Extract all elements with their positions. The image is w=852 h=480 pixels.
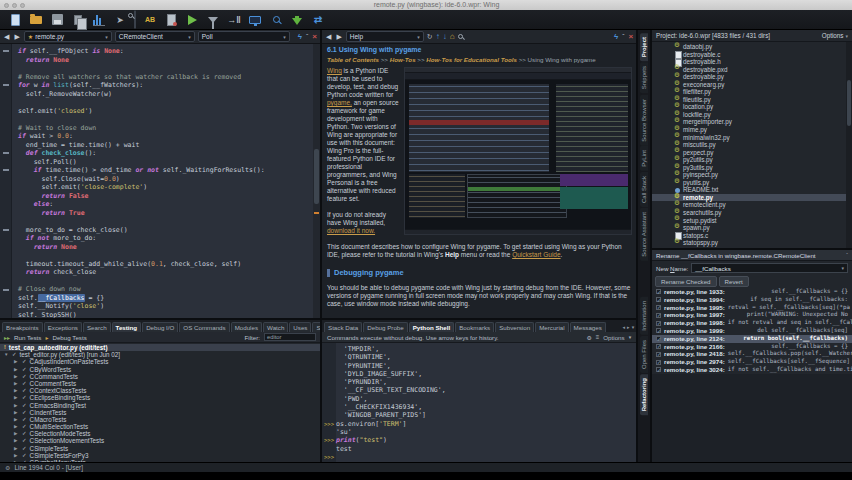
tab-search[interactable]: Search	[83, 322, 111, 332]
doc-link[interactable]: pygame,	[327, 99, 352, 106]
save-icon[interactable]	[50, 13, 64, 27]
test-tree-row[interactable]: ▶✓CCommentTests	[0, 380, 320, 387]
project-file-row[interactable]: destroyable.py	[652, 73, 852, 81]
tri-open-icon[interactable]: ▼	[4, 351, 9, 358]
history-forward-icon[interactable]: ▶	[13, 31, 20, 43]
tab-messages[interactable]: Messages	[570, 322, 606, 332]
project-scrollbar[interactable]	[846, 42, 852, 248]
editor-scrollbar[interactable]	[313, 44, 320, 318]
project-file-row[interactable]: mime.py	[652, 126, 852, 134]
refactor-match-row[interactable]: remote.py, line 1998:if not retval and s…	[652, 319, 852, 327]
test-tree-row[interactable]: !test_cap_autoeditor.py (edit/test)	[0, 344, 320, 351]
tab-subversion[interactable]: Subversion	[495, 322, 534, 332]
tab-os-commands[interactable]: OS Commands	[179, 322, 229, 332]
vertical-tab-indentation[interactable]: Indentation	[640, 297, 648, 335]
refactor-match-row[interactable]: remote.py, line 2418:self.__fCallbacks.p…	[652, 350, 852, 358]
checkbox-checked-icon[interactable]	[656, 297, 661, 302]
tab-overflow-controls[interactable]: ◂▸▾	[623, 324, 635, 332]
test-tree-row[interactable]: ▶✓CSelectionMovementTests	[0, 437, 320, 444]
project-file-row[interactable]: miscutils.py	[652, 141, 852, 149]
search-docs-icon[interactable]	[458, 34, 463, 39]
project-file-row[interactable]: lockfile.py	[652, 111, 852, 119]
help-dropdown[interactable]: Help ▾	[346, 31, 424, 42]
tri-closed-icon[interactable]: ▶	[14, 430, 19, 437]
test-tree-row[interactable]: ▶✓CSymbolMenuTests	[0, 459, 320, 462]
test-tree-row[interactable]: ▶✓CAdjustIndentOnPasteTests	[0, 358, 320, 365]
vertical-tab-source-assistant[interactable]: Source Assistant	[640, 208, 648, 261]
project-file-row[interactable]: statopspy.py	[652, 239, 852, 247]
tri-closed-icon[interactable]: ▶	[14, 373, 19, 380]
help-forward-icon[interactable]: ▶	[335, 31, 342, 43]
revert-button[interactable]: Revert	[719, 276, 749, 287]
run-debug-icon[interactable]	[185, 13, 199, 27]
test-tree-row[interactable]: ▶✓CByWordTests	[0, 366, 320, 373]
vertical-tab-snippets[interactable]: Snippets	[640, 62, 648, 93]
tri-closed-icon[interactable]: ▶	[14, 452, 19, 459]
vertical-tab-pylint[interactable]: PyLint	[640, 146, 648, 171]
checkbox-checked-icon[interactable]	[656, 336, 661, 341]
tri-closed-icon[interactable]: ▶	[14, 358, 19, 365]
test-tree-row[interactable]: ▶✓CCommandTests	[0, 373, 320, 380]
project-file-row[interactable]: pyinspect.py	[652, 171, 852, 179]
goto-symbol-icon[interactable]: ➤	[113, 13, 127, 27]
tri-closed-icon[interactable]: ▶	[14, 423, 19, 430]
tab-mercurial[interactable]: Mercurial	[535, 322, 568, 332]
checkbox-checked-icon[interactable]	[656, 289, 661, 294]
vertical-tab-source-browser[interactable]: Source Browser	[640, 95, 648, 146]
test-tree-row[interactable]: ▶✓CSelectionModeTests	[0, 430, 320, 437]
tri-closed-icon[interactable]: ▶	[14, 409, 19, 416]
list-icon[interactable]: ≡	[596, 334, 600, 340]
vertical-tab-project[interactable]: Project	[640, 33, 648, 61]
tab-breakpoints[interactable]: Breakpoints	[2, 322, 43, 332]
tri-closed-icon[interactable]: ▶	[14, 394, 19, 401]
test-tree-row[interactable]: ▼✓test_editor.py (edit/test) [run Jun 02…	[0, 351, 320, 358]
project-file-row[interactable]: pexpect.py	[652, 149, 852, 157]
tri-closed-icon[interactable]: ▶	[14, 437, 19, 444]
update-icon[interactable]	[290, 13, 304, 27]
tab-stack-data[interactable]: Stack Data	[324, 322, 362, 332]
debug-options-icon[interactable]: ϟ	[298, 32, 302, 41]
refactor-match-row[interactable]: remote.py, line 1997:print("WARNING: Une…	[652, 311, 852, 319]
rename-checked-button[interactable]: Rename Checked	[655, 276, 717, 287]
test-tree-row[interactable]: ▶✓CIndentTests	[0, 409, 320, 416]
checkbox-checked-icon[interactable]	[656, 352, 661, 357]
filter-input[interactable]: editor	[264, 333, 316, 341]
tri-closed-icon[interactable]: ▶	[14, 416, 19, 423]
vertical-tab-call-stack[interactable]: Call Stack	[640, 172, 648, 207]
refactor-match-row[interactable]: remote.py, line 1995:retval = self.__fCa…	[652, 304, 852, 312]
project-file-row[interactable]: setup.pydist	[652, 217, 852, 225]
tab-watch[interactable]: Watch	[263, 322, 288, 332]
project-file-row[interactable]: py3utils.py	[652, 164, 852, 172]
scroll-up-icon[interactable]: ↑	[436, 32, 440, 41]
close-window-icon[interactable]	[4, 3, 9, 8]
project-file-row[interactable]: destroyable.h	[652, 58, 852, 66]
replace-icon[interactable]: AB	[143, 13, 157, 27]
step-into-icon[interactable]: →‖	[227, 13, 241, 27]
doc-link[interactable]: Quickstart Guide	[512, 251, 560, 258]
close-panel-icon[interactable]: ×	[312, 32, 317, 41]
python-shell[interactable]: 'TMPDIR', 'QTRUNTIME', 'PYRUNTIME', 'DYL…	[322, 343, 636, 462]
project-file-row[interactable]: minimalwin32.py	[652, 134, 852, 142]
project-file-row[interactable]: pyutils.py	[652, 179, 852, 187]
help-back-icon[interactable]: ◀	[325, 31, 332, 43]
tri-closed-icon[interactable]: ▶	[14, 445, 19, 452]
tab-exceptions[interactable]: Exceptions	[44, 322, 82, 332]
save-as-icon[interactable]	[71, 13, 85, 27]
scroll-down-icon[interactable]: ↓	[443, 32, 447, 41]
project-options-button[interactable]: Options	[822, 32, 844, 39]
editor-member-dropdown[interactable]: Poll ▾	[198, 31, 290, 42]
tab-debug-i-o[interactable]: Debug I/O	[142, 322, 178, 332]
tab-uses[interactable]: Uses	[289, 322, 311, 332]
new-name-input[interactable]: __fCallbacks ▾	[691, 263, 848, 273]
code-editor[interactable]: if self.__fPObject is None: return None …	[12, 44, 313, 318]
breadcrumb-link[interactable]: How-Tos	[390, 56, 416, 63]
tri-closed-icon[interactable]: ▶	[14, 380, 19, 387]
history-back-icon[interactable]: ◀	[3, 31, 10, 43]
checkbox-checked-icon[interactable]	[656, 305, 661, 310]
breadcrumb-link[interactable]: Table of Contents	[327, 56, 379, 63]
tri-closed-icon[interactable]: ▶	[14, 459, 19, 462]
test-tree-row[interactable]: ▶✓CEclipseBindingTests	[0, 394, 320, 401]
shell-options-button[interactable]: Options	[603, 334, 624, 341]
test-tree-row[interactable]: ▶✓CMacroTests	[0, 416, 320, 423]
tab-search-in[interactable]: Search in	[312, 322, 320, 332]
